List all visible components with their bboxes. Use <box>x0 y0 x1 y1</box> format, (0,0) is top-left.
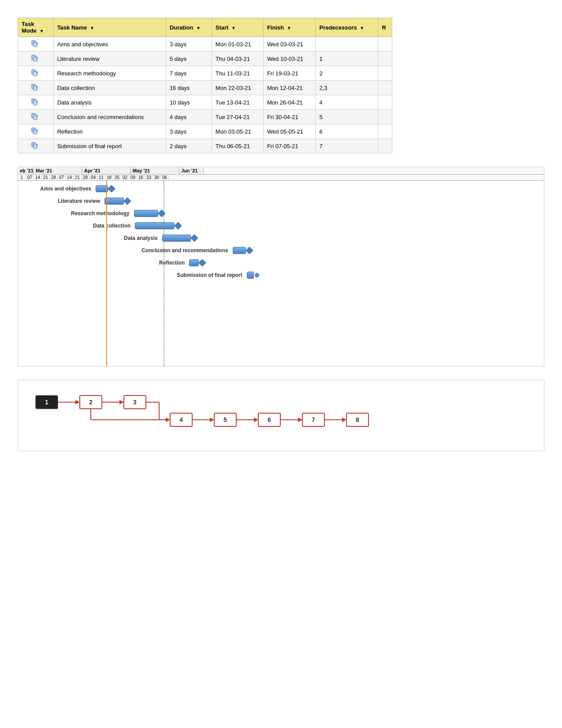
gantt-row-7: Reflection <box>159 259 540 266</box>
task-mode-icon <box>22 69 50 77</box>
timeline-month-header: eb '21 Mar '21 Apr '21 May '21 Jun '21 <box>18 167 544 175</box>
gantt-label-3: Research methodology <box>71 210 130 217</box>
cell-duration: 10 days <box>166 95 212 110</box>
network-section: 1 2 3 4 <box>18 380 544 451</box>
cell-duration: 16 days <box>166 81 212 95</box>
gantt-row-3: Research methodology <box>71 210 540 217</box>
th-finish[interactable]: Finish ▼ <box>263 18 316 37</box>
gantt-bar-7 <box>189 259 199 266</box>
cell-r <box>378 81 392 95</box>
gantt-diamond-1 <box>108 185 115 193</box>
th-duration[interactable]: Duration ▼ <box>166 18 212 37</box>
gantt-row-2: Literature review <box>58 198 540 205</box>
month-feb: eb '21 <box>18 167 34 174</box>
th-predecessors[interactable]: Predecessors ▼ <box>316 18 378 37</box>
gantt-label-1: Aims and objectives <box>40 186 91 192</box>
cell-task-name: Data collection <box>53 81 166 95</box>
net-node-6-label: 6 <box>268 416 271 423</box>
network-diagram: 1 2 3 4 <box>31 389 531 442</box>
sort-icon-start: ▼ <box>231 26 236 30</box>
net-arrowhead-1-2 <box>75 400 80 404</box>
table-row: Research methodology7 daysThu 11-03-21Fr… <box>18 66 392 81</box>
gantt-bar-2 <box>104 198 124 205</box>
gantt-label-2: Literature review <box>58 198 100 204</box>
day-m28: 28 <box>82 175 89 180</box>
cell-predecessors: 2,3 <box>316 81 378 95</box>
cell-r <box>378 37 392 52</box>
net-node-8-label: 8 <box>356 416 359 423</box>
cell-predecessors: 1 <box>316 52 378 66</box>
task-mode-icon <box>22 40 50 48</box>
cell-task-name: Research methodology <box>53 66 166 81</box>
day-21: 21 <box>42 175 50 180</box>
cell-finish: Mon 12-04-21 <box>263 81 316 95</box>
sort-icon-pred: ▼ <box>360 26 364 30</box>
th-start[interactable]: Start ▼ <box>212 18 263 37</box>
task-mode-icon <box>22 55 50 63</box>
cell-start: Tue 13-04-21 <box>212 95 263 110</box>
cell-start: Thu 11-03-21 <box>212 66 263 81</box>
day-j06: 06 <box>161 175 169 180</box>
gantt-body: Aims and objectives Literature review Re… <box>18 181 544 366</box>
cell-predecessors: 4 <box>316 95 378 110</box>
cell-start: Tue 27-04-21 <box>212 110 263 124</box>
table-header-row: TaskMode ▼ Task Name ▼ Duration ▼ Start … <box>18 18 392 37</box>
cell-r <box>378 110 392 124</box>
th-task-name[interactable]: Task Name ▼ <box>53 18 166 37</box>
cell-r <box>378 52 392 66</box>
day-m14: 14 <box>66 175 74 180</box>
day-my16: 16 <box>137 175 145 180</box>
cell-task-mode <box>18 37 54 52</box>
day-a25: 25 <box>113 175 121 180</box>
day-a04: 04 <box>89 175 97 180</box>
cell-predecessors <box>316 37 378 52</box>
net-node-4-label: 4 <box>179 416 183 423</box>
cell-finish: Wed 10-03-21 <box>263 52 316 66</box>
table-body: Aims and objectives3 daysMon 01-03-21Wed… <box>18 37 392 153</box>
cell-finish: Wed 03-03-21 <box>263 37 316 52</box>
svg-rect-3 <box>33 57 37 61</box>
cell-task-name: Aims and objectives <box>53 37 166 52</box>
gantt-diamond-2 <box>124 198 131 205</box>
day-my02: 02 <box>121 175 129 180</box>
gantt-label-8: Submission of final report <box>177 272 242 278</box>
gantt-row-6: Conclusion and recommendations <box>141 247 540 254</box>
cell-predecessors: 5 <box>316 110 378 124</box>
cell-start: Thu 04-03-21 <box>212 52 263 66</box>
cell-start: Thu 06-05-21 <box>212 139 263 153</box>
gantt-bar-5 <box>162 235 191 242</box>
cell-start: Mon 01-03-21 <box>212 37 263 52</box>
cell-r <box>378 95 392 110</box>
day-01: 1 <box>18 175 26 180</box>
cell-predecessors: 7 <box>316 139 378 153</box>
svg-rect-7 <box>33 86 37 90</box>
cell-duration: 3 days <box>166 37 212 52</box>
gantt-label-7: Reflection <box>159 260 185 266</box>
cell-task-mode <box>18 124 54 139</box>
cell-duration: 3 days <box>166 124 212 139</box>
net-arrowhead-5-6 <box>254 418 258 422</box>
cell-r <box>378 139 392 153</box>
th-r[interactable]: R <box>378 18 392 37</box>
sort-icon-duration: ▼ <box>196 26 201 30</box>
cell-finish: Fri 19-03-21 <box>263 66 316 81</box>
net-node-5-label: 5 <box>223 416 227 423</box>
sort-icon-name: ▼ <box>90 26 94 30</box>
gantt-label-6: Conclusion and recommendations <box>141 247 228 254</box>
cell-duration: 7 days <box>166 66 212 81</box>
cell-task-mode <box>18 95 54 110</box>
gantt-bar-3 <box>134 210 158 217</box>
gantt-bar-4 <box>135 222 175 229</box>
task-mode-icon <box>22 142 50 150</box>
net-arrowhead-2-3 <box>119 400 124 404</box>
cell-task-mode <box>18 52 54 66</box>
day-m21: 21 <box>74 175 82 180</box>
table-row: Reflection3 daysMon 03-05-21Wed 05-05-21… <box>18 124 392 139</box>
th-task-mode[interactable]: TaskMode ▼ <box>18 18 54 37</box>
day-a18: 18 <box>105 175 113 180</box>
cell-predecessors: 6 <box>316 124 378 139</box>
month-mar: Mar '21 <box>34 167 82 174</box>
svg-rect-15 <box>33 144 37 149</box>
cell-finish: Fri 30-04-21 <box>263 110 316 124</box>
gantt-today-line <box>164 181 164 366</box>
